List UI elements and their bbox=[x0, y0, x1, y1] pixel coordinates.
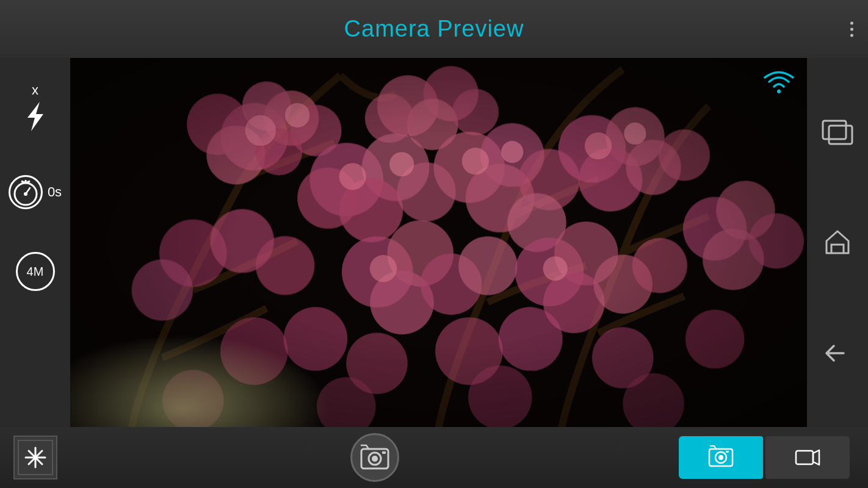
preview-image bbox=[70, 58, 807, 427]
svg-point-6 bbox=[24, 192, 27, 196]
branch-svg bbox=[70, 58, 807, 427]
photo-mode-icon bbox=[707, 444, 734, 471]
resolution-value: 4M bbox=[27, 265, 44, 279]
overflow-dot bbox=[850, 27, 853, 30]
resolution-button[interactable]: 4M bbox=[16, 252, 55, 291]
svg-rect-77 bbox=[823, 121, 846, 139]
flash-off-indicator: x bbox=[32, 82, 38, 98]
capture-icon bbox=[356, 439, 393, 476]
timer-value: 0s bbox=[48, 184, 62, 200]
home-icon bbox=[822, 229, 853, 256]
recent-apps-button[interactable] bbox=[820, 118, 855, 145]
overflow-dot bbox=[850, 21, 853, 24]
camera-preview[interactable] bbox=[70, 58, 807, 427]
photo-mode-button[interactable] bbox=[679, 436, 763, 479]
wifi-icon[interactable] bbox=[763, 70, 795, 100]
gallery-icon bbox=[13, 436, 57, 479]
preview-background bbox=[70, 58, 807, 427]
flash-icon bbox=[23, 101, 48, 132]
video-mode-icon bbox=[794, 444, 821, 471]
flash-control[interactable]: x bbox=[23, 82, 48, 132]
left-sidebar: x bbox=[0, 58, 70, 427]
branches bbox=[70, 58, 807, 427]
recent-apps-icon bbox=[820, 118, 855, 145]
wifi-svg bbox=[763, 70, 795, 95]
timer-icon bbox=[9, 175, 43, 209]
timer-control[interactable]: 0s bbox=[9, 175, 62, 209]
back-button[interactable] bbox=[820, 340, 855, 367]
svg-point-90 bbox=[718, 455, 723, 460]
video-mode-button[interactable] bbox=[765, 436, 850, 479]
svg-rect-92 bbox=[796, 451, 813, 464]
resolution-control[interactable]: 4M bbox=[16, 252, 55, 291]
overflow-menu-button[interactable] bbox=[850, 21, 853, 37]
svg-rect-91 bbox=[726, 451, 729, 453]
gallery-button[interactable] bbox=[0, 427, 70, 488]
svg-point-86 bbox=[372, 456, 378, 462]
home-button[interactable] bbox=[822, 229, 853, 256]
svg-rect-87 bbox=[382, 451, 386, 454]
top-bar: Camera Preview bbox=[0, 0, 868, 58]
mode-switcher bbox=[679, 436, 850, 479]
back-icon bbox=[820, 340, 855, 367]
svg-marker-0 bbox=[27, 102, 43, 131]
timer-icon-svg bbox=[10, 177, 41, 207]
svg-point-76 bbox=[777, 90, 781, 93]
capture-button-area bbox=[70, 433, 679, 482]
page-title: Camera Preview bbox=[344, 16, 524, 42]
bottom-toolbar bbox=[0, 427, 868, 488]
gallery-icon-svg bbox=[16, 439, 54, 476]
main-area: x bbox=[0, 58, 868, 427]
overflow-dot bbox=[850, 34, 853, 37]
capture-button[interactable] bbox=[350, 433, 399, 482]
svg-rect-78 bbox=[829, 126, 852, 144]
right-sidebar bbox=[807, 58, 868, 427]
svg-rect-75 bbox=[70, 58, 807, 427]
